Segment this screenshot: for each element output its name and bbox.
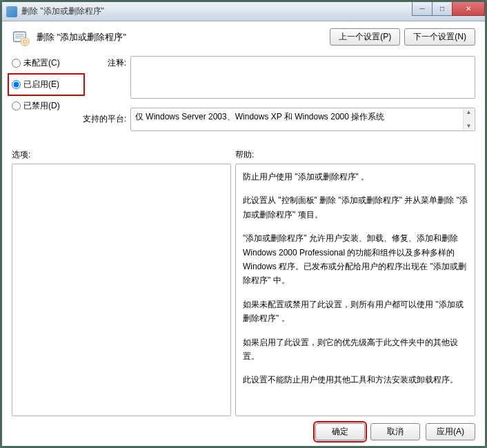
cancel-button[interactable]: 取消 (370, 423, 420, 440)
help-paragraph: "添加或删除程序" 允许用户安装、卸载、修复、添加和删除 Windows 200… (243, 231, 468, 288)
comment-row: 注释: (81, 56, 475, 101)
close-button[interactable]: ✕ (452, 2, 485, 16)
radio-disabled-label: 已禁用(D) (23, 100, 60, 112)
fields-column: 注释: 支持的平台: 仅 Windows Server 2003、Windows… (81, 56, 475, 131)
help-paragraph: 如果未配置或禁用了此设置，则所有用户都可以使用 "添加或删除程序" 。 (243, 298, 468, 326)
platform-row: 支持的平台: 仅 Windows Server 2003、Windows XP … (81, 108, 475, 131)
next-setting-button[interactable]: 下一个设置(N) (404, 28, 475, 46)
radio-not-configured[interactable]: 未配置(C) (12, 57, 81, 69)
policy-title: 删除 "添加或删除程序" (37, 31, 330, 43)
comment-textarea[interactable] (130, 56, 475, 99)
scroll-up-icon[interactable]: ▲ (464, 109, 474, 116)
comment-label: 注释: (81, 56, 130, 101)
platform-text: 仅 Windows Server 2003、Windows XP 和 Windo… (135, 112, 384, 121)
panel-labels-row: 选项: 帮助: (12, 149, 475, 161)
platform-label: 支持的平台: (81, 108, 130, 131)
minimize-button[interactable]: ─ (412, 2, 433, 16)
platform-scrollbar[interactable]: ▲ ▼ (463, 109, 474, 130)
dialog-window: 删除 "添加或删除程序" ─ □ ✕ 删除 "添加或删除程序" (1, 1, 486, 447)
help-paragraph: 此设置不能防止用户使用其他工具和方法安装或卸载程序。 (243, 373, 468, 387)
help-paragraph: 此设置从 "控制面板" 删除 "添加或删除程序" 并从菜单删除 "添加或删除程序… (243, 193, 468, 222)
content-area: 删除 "添加或删除程序" 上一个设置(P) 下一个设置(N) 未配置(C) 已启… (2, 21, 485, 446)
help-paragraph: 如果启用了此设置，则它的优先级高于此文件夹中的其他设置。 (243, 335, 468, 364)
prev-setting-button[interactable]: 上一个设置(P) (330, 28, 400, 46)
radio-not-configured-label: 未配置(C) (23, 57, 60, 69)
options-panel (12, 164, 231, 416)
radio-column: 未配置(C) 已启用(E) 已禁用(D) (12, 56, 81, 112)
radio-not-configured-input[interactable] (12, 59, 21, 68)
footer-buttons: 确定 取消 应用(A) (12, 416, 475, 440)
policy-icon (12, 28, 31, 48)
help-label: 帮助: (235, 149, 254, 161)
window-title: 删除 "添加或删除程序" (21, 6, 104, 17)
maximize-button[interactable]: □ (432, 2, 453, 16)
radio-disabled[interactable]: 已禁用(D) (12, 100, 81, 112)
radio-enabled[interactable]: 已启用(E) (8, 73, 85, 96)
options-label: 选项: (12, 149, 235, 161)
header-row: 删除 "添加或删除程序" 上一个设置(P) 下一个设置(N) (12, 28, 475, 48)
help-panel: 防止用户使用 "添加或删除程序" 。 此设置从 "控制面板" 删除 "添加或删除… (235, 164, 475, 416)
config-row: 未配置(C) 已启用(E) 已禁用(D) 注释: (12, 56, 475, 131)
titlebar[interactable]: 删除 "添加或删除程序" ─ □ ✕ (2, 2, 485, 21)
scroll-down-icon[interactable]: ▼ (464, 123, 474, 130)
radio-disabled-input[interactable] (12, 101, 21, 110)
radio-enabled-label: 已启用(E) (23, 79, 59, 90)
svg-point-4 (21, 37, 29, 46)
apply-button[interactable]: 应用(A) (426, 423, 475, 440)
supported-platforms-box: 仅 Windows Server 2003、Windows XP 和 Windo… (130, 108, 475, 131)
nav-buttons: 上一个设置(P) 下一个设置(N) (330, 28, 475, 46)
app-icon (6, 6, 17, 17)
window-controls: ─ □ ✕ (413, 2, 485, 16)
radio-enabled-input[interactable] (12, 80, 21, 89)
ok-button[interactable]: 确定 (315, 423, 365, 440)
panels-row: 防止用户使用 "添加或删除程序" 。 此设置从 "控制面板" 删除 "添加或删除… (12, 164, 475, 416)
help-paragraph: 防止用户使用 "添加或删除程序" 。 (243, 170, 468, 184)
